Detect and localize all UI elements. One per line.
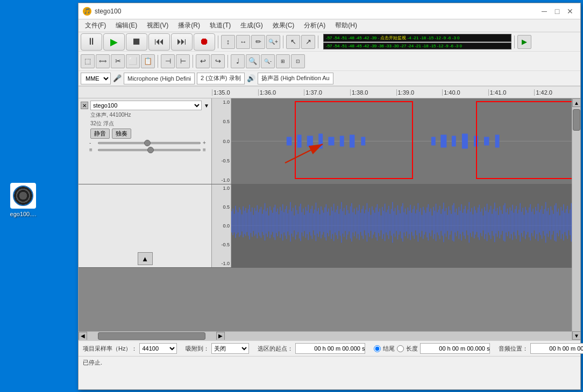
svg-rect-191 [451, 214, 452, 231]
redo-tool[interactable]: ↪ [211, 54, 225, 68]
zoom-out-tool[interactable]: 🔍- [261, 54, 275, 68]
end-radio[interactable] [374, 345, 381, 352]
menu-edit[interactable]: 编辑(E) [111, 20, 141, 31]
fit-tool[interactable]: ⊞ [276, 54, 290, 68]
stop-button[interactable]: ⏹ [126, 33, 147, 51]
track-2-waveform[interactable] [231, 184, 572, 267]
select-region-tool[interactable]: ⬚ [81, 54, 95, 68]
select-tool[interactable]: ↔ [236, 35, 250, 49]
trim-tool[interactable]: ✂ [111, 54, 125, 68]
pause-button[interactable]: ⏸ [81, 33, 102, 51]
svg-rect-253 [530, 204, 531, 241]
zoom-in-tool[interactable]: 🔍 [246, 54, 260, 68]
play-green-button[interactable]: ▶ [517, 35, 531, 49]
play-button[interactable]: ▶ [103, 33, 125, 51]
minimize-button[interactable]: ─ [538, 5, 550, 17]
svg-rect-221 [489, 210, 490, 236]
scroll-thumb-v[interactable] [573, 109, 580, 131]
svg-rect-39 [257, 205, 258, 239]
track-1-mute-button[interactable]: 静音 [90, 129, 110, 139]
split-tool[interactable]: ⊢ [176, 54, 190, 68]
svg-rect-159 [410, 205, 411, 240]
menu-view[interactable]: 视图(V) [143, 20, 173, 31]
vertical-scrollbar[interactable]: ▲ ▼ [572, 98, 580, 340]
y-label-0-0: 0.0 [213, 139, 230, 144]
svg-rect-260 [539, 212, 540, 233]
envelope-tool[interactable]: ↗ [301, 35, 315, 49]
end-label: 结尾 [383, 345, 395, 353]
track-1-pan-slider[interactable] [98, 149, 201, 151]
svg-rect-119 [359, 205, 360, 240]
main-window: 🎵 stego100 ─ □ ✕ 文件(F) 编辑(E) 视图(V) 播录(R)… [78, 3, 581, 390]
ruler-mark-1: 1:36.0 [258, 89, 304, 96]
svg-rect-262 [542, 206, 543, 239]
menu-help[interactable]: 帮助(H) [331, 20, 361, 31]
track-1-waveform[interactable] [231, 98, 572, 184]
svg-rect-22 [235, 206, 236, 238]
desktop-icon-image [10, 183, 36, 209]
svg-rect-66 [292, 211, 293, 234]
horizontal-scrollbar[interactable]: ◀ ▶ [79, 331, 572, 340]
svg-rect-228 [498, 215, 499, 231]
svg-rect-69 [295, 205, 296, 240]
close-button[interactable]: ✕ [564, 5, 576, 17]
svg-rect-23 [236, 210, 237, 234]
audio-pos-input[interactable] [530, 343, 583, 354]
svg-rect-261 [540, 210, 541, 236]
track-1-name-select[interactable]: stego100 [90, 101, 202, 110]
snap-select[interactable]: 关闭 [211, 343, 249, 354]
zoom-sel-tool[interactable]: ⊡ [291, 54, 305, 68]
svg-rect-134 [378, 212, 379, 233]
end-value-input[interactable] [420, 343, 490, 354]
svg-rect-280 [565, 213, 566, 232]
svg-rect-269 [550, 206, 551, 240]
skip-forward-button[interactable]: ⏭ [171, 33, 193, 51]
svg-rect-175 [430, 209, 431, 237]
scroll-down-button[interactable]: ▼ [572, 331, 580, 340]
zoom-fit-tool[interactable]: ⟺ [96, 54, 110, 68]
silence-tool[interactable]: ⬜ [126, 54, 140, 68]
scroll-up-button[interactable]: ▲ [572, 98, 580, 107]
maximize-button[interactable]: □ [551, 5, 563, 17]
menu-record[interactable]: 播录(R) [174, 20, 204, 31]
microphone-label: Microphone (High Defini [124, 73, 195, 84]
cursor-tool[interactable]: ↕ [221, 35, 235, 49]
scroll-right-button[interactable]: ▶ [216, 332, 225, 340]
move-tool[interactable]: ↖ [286, 35, 300, 49]
record-button[interactable]: ⏺ [194, 33, 215, 51]
svg-rect-246 [521, 212, 522, 233]
desktop-icon[interactable]: ego100.... [4, 183, 42, 217]
svg-rect-283 [568, 213, 570, 231]
scroll-thumb-h[interactable] [98, 332, 205, 340]
track-1-solo-button[interactable]: 独奏 [112, 129, 131, 139]
zoom-in-icon[interactable]: 🔍+ [266, 35, 280, 49]
menu-effects[interactable]: 效果(C) [268, 20, 299, 31]
track-1-info-2: 32位 浮点 [81, 120, 209, 127]
trim2-tool[interactable]: ⊣ [161, 54, 175, 68]
svg-rect-197 [459, 207, 460, 239]
track-2-arrow-up-button[interactable]: ▲ [138, 252, 153, 265]
scroll-left-button[interactable]: ◀ [79, 332, 87, 340]
svg-rect-190 [450, 210, 451, 235]
selection-start-input[interactable] [295, 343, 365, 354]
ruler-mark-0: 1:35.0 [212, 89, 258, 96]
length-radio[interactable] [397, 345, 404, 352]
menu-track[interactable]: 轨道(T) [205, 20, 235, 31]
undo-tool[interactable]: ↩ [196, 54, 210, 68]
menu-file[interactable]: 文件(F) [81, 20, 110, 31]
metronome-tool[interactable]: ♩ [231, 54, 245, 68]
api-select[interactable]: MME [81, 73, 111, 84]
svg-rect-51 [272, 213, 273, 232]
menu-analyze[interactable]: 分析(A) [300, 20, 330, 31]
svg-rect-250 [526, 210, 527, 235]
svg-rect-127 [369, 208, 370, 237]
track-1-menu-icon[interactable]: ▼ [204, 103, 209, 109]
svg-rect-98 [332, 211, 333, 234]
paste-tool[interactable]: 📋 [141, 54, 155, 68]
skip-back-button[interactable]: ⏮ [148, 33, 170, 51]
track-1-gain-slider[interactable] [98, 142, 201, 144]
menu-generate[interactable]: 生成(G) [236, 20, 267, 31]
sample-rate-select[interactable]: 44100 [139, 343, 177, 354]
draw-tool[interactable]: ✏ [251, 35, 265, 49]
track-1-close-button[interactable]: ✕ [81, 102, 88, 109]
